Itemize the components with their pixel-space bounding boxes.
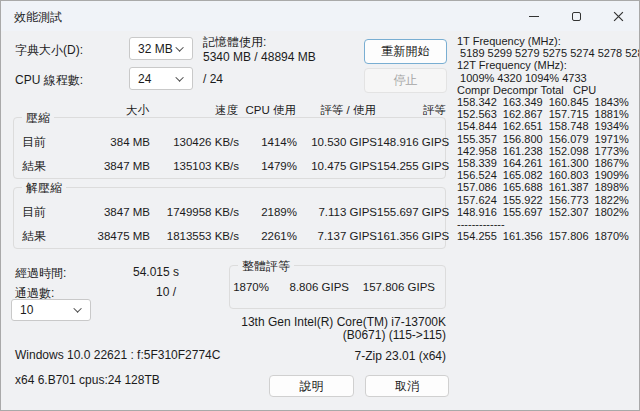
memory-usage-value: 5340 MB / 48894 MB <box>203 50 316 64</box>
stop-button-label: 停止 <box>394 72 418 89</box>
cpu-info-line: Compr Decompr Total CPU <box>457 84 639 96</box>
close-button[interactable] <box>596 1 640 31</box>
arch-info: x64 6.B701 cpus:24 128TB <box>15 373 160 387</box>
table-header-row: 大小 速度 CPU 使用 評等 / 使用 評等 <box>13 103 446 118</box>
cell-rating: 154.255 GIPS <box>377 160 447 172</box>
cell-rating-usage: 7.137 GIPS <box>297 230 377 242</box>
chevron-down-icon <box>175 43 183 51</box>
cpu-threads-select[interactable]: 24 <box>129 67 193 90</box>
cell-rating: 148.916 GIPS <box>377 136 447 148</box>
cpu-info-line: 12T Frequency (MHz): <box>457 59 639 71</box>
chevron-down-icon <box>73 304 81 312</box>
dictionary-size-value: 32 MB <box>138 42 173 56</box>
column-header-rating-usage: 評等 / 使用 <box>296 103 376 118</box>
cell-cpu-usage: 1479% <box>239 160 297 172</box>
cell-size: 384 MB <box>70 136 150 148</box>
minimize-button[interactable] <box>512 1 556 31</box>
cpu-frequency-results: 1T Frequency (MHz): 5189 5299 5279 5275 … <box>457 35 639 242</box>
table-row-compression-result: 結果 3847 MB 135103 KB/s 1479% 10.475 GIPS… <box>14 154 445 178</box>
cancel-button-label: 取消 <box>395 378 419 395</box>
cpu-info-line: 158.339 164.261 161.300 1867% <box>457 157 639 169</box>
column-header-rating: 評等 <box>376 103 446 118</box>
row-label: 結果 <box>14 158 70 175</box>
overall-rating-group: 整體評等 1870% 8.806 GIPS 157.806 GIPS <box>229 265 446 309</box>
cell-size: 3847 MB <box>70 206 150 218</box>
help-button[interactable]: 說明 <box>269 375 354 397</box>
cell-size: 38475 MB <box>70 230 150 242</box>
minimize-icon <box>529 16 539 17</box>
cpu-info-line: 157.624 155.922 156.773 1822% <box>457 194 639 206</box>
table-row-compression-current: 目前 384 MB 130426 KB/s 1414% 10.530 GIPS … <box>14 130 445 154</box>
cell-speed: 1749958 KB/s <box>150 206 239 218</box>
stop-button[interactable]: 停止 <box>364 68 447 93</box>
overall-rating-usage: 8.806 GIPS <box>269 281 349 293</box>
cpu-info-line: 142.958 161.238 152.098 1773% <box>457 145 639 157</box>
cpu-info-total-line: 154.255 161.356 157.806 1870% <box>457 230 639 242</box>
compression-group: 壓縮 目前 384 MB 130426 KB/s 1414% 10.530 GI… <box>13 117 446 179</box>
elapsed-time-value: 54.015 s <box>101 265 179 279</box>
column-header-cpu-usage: CPU 使用 <box>238 103 296 118</box>
maximize-button[interactable] <box>554 1 598 31</box>
cpu-info-line: 148.916 155.697 152.307 1802% <box>457 206 639 218</box>
cell-cpu-usage: 2189% <box>239 206 297 218</box>
table-row-decompression-result: 結果 38475 MB 1813553 KB/s 2261% 7.137 GIP… <box>14 224 445 248</box>
cell-speed: 130426 KB/s <box>150 136 239 148</box>
cell-rating-usage: 10.475 GIPS <box>297 160 377 172</box>
overall-rating: 157.806 GIPS <box>349 281 435 293</box>
cpu-info-line: 154.844 162.651 158.748 1934% <box>457 120 639 132</box>
cpu-name: 13th Gen Intel(R) Core(TM) i7-13700K <box>229 315 446 329</box>
restart-button[interactable]: 重新開始 <box>364 39 447 64</box>
cpu-info-line: 155.357 156.800 156.079 1971% <box>457 133 639 145</box>
cpu-info-line: 158.342 163.349 160.845 1843% <box>457 96 639 108</box>
help-button-label: 說明 <box>300 378 324 395</box>
cell-rating-usage: 10.530 GIPS <box>297 136 377 148</box>
cpu-threads-label: CPU 線程數: <box>15 72 83 89</box>
chevron-down-icon <box>175 73 183 81</box>
maximize-icon <box>572 12 581 21</box>
passes-progress: 10 / <box>101 285 176 299</box>
cell-speed: 135103 KB/s <box>150 160 239 172</box>
column-header-speed: 速度 <box>149 103 238 118</box>
benchmark-dialog: 效能測試 字典大小(D): 32 MB 記憶體使用: 5340 MB / 488… <box>0 0 640 411</box>
passes-select[interactable]: 10 <box>11 299 91 321</box>
overall-cpu-usage: 1870% <box>217 281 269 293</box>
cpu-threads-value: 24 <box>138 72 151 86</box>
window-title: 效能測試 <box>14 9 62 26</box>
cell-size: 3847 MB <box>70 160 150 172</box>
decompression-group: 解壓縮 目前 3847 MB 1749958 KB/s 2189% 7.113 … <box>13 187 446 249</box>
cpu-info-line: 1T Frequency (MHz): <box>457 35 639 47</box>
titlebar: 效能測試 <box>1 1 639 31</box>
cpu-stepping: (B0671) (115->115) <box>229 328 446 342</box>
cell-rating: 161.356 GIPS <box>377 230 447 242</box>
restart-button-label: 重新開始 <box>382 43 430 60</box>
close-icon <box>613 11 624 22</box>
dictionary-size-select[interactable]: 32 MB <box>129 37 193 60</box>
row-label: 目前 <box>14 134 70 151</box>
cpu-info-line: 1009% 4320 1094% 4733 <box>457 72 639 84</box>
passes-select-value: 10 <box>20 303 33 317</box>
overall-rating-label: 整體評等 <box>238 258 294 275</box>
cell-rating-usage: 7.113 GIPS <box>297 206 377 218</box>
cpu-info-separator: ------------- <box>457 218 639 230</box>
cell-rating: 155.697 GIPS <box>377 206 447 218</box>
column-header-size: 大小 <box>69 103 149 118</box>
compression-group-label: 壓縮 <box>22 110 54 127</box>
decompression-group-label: 解壓縮 <box>22 180 66 197</box>
memory-usage-label: 記憶體使用: <box>203 34 266 51</box>
cpu-info-line: 152.563 162.867 157.715 1881% <box>457 108 639 120</box>
dictionary-size-label: 字典大小(D): <box>15 42 83 59</box>
cpu-threads-total: / 24 <box>203 72 223 86</box>
cancel-button[interactable]: 取消 <box>365 375 449 397</box>
cpu-info-line: 156.524 165.082 160.803 1909% <box>457 169 639 181</box>
table-row-decompression-current: 目前 3847 MB 1749958 KB/s 2189% 7.113 GIPS… <box>14 200 445 224</box>
cell-cpu-usage: 1414% <box>239 136 297 148</box>
elapsed-time-label: 經過時間: <box>15 265 66 282</box>
cell-speed: 1813553 KB/s <box>150 230 239 242</box>
row-label: 目前 <box>14 204 70 221</box>
cell-cpu-usage: 2261% <box>239 230 297 242</box>
os-info: Windows 10.0 22621 : f:5F310F2774C <box>15 348 220 362</box>
cpu-info-line: 5189 5299 5279 5275 5274 5278 5280 <box>457 47 639 59</box>
row-label: 結果 <box>14 228 70 245</box>
cpu-info-line: 157.086 165.688 161.387 1898% <box>457 181 639 193</box>
app-version: 7-Zip 23.01 (x64) <box>229 349 446 363</box>
